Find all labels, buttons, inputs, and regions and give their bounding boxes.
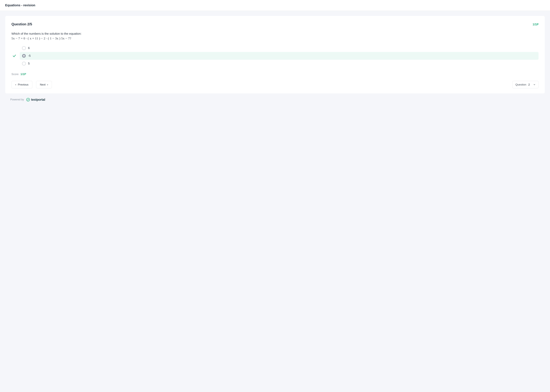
brand-logo[interactable]: testportal (26, 98, 45, 102)
next-button[interactable]: Next › (36, 81, 52, 88)
card-top-row: Question 2/5 1/1P (11, 22, 539, 26)
chevron-right-icon: › (47, 83, 48, 86)
points-earned: 1/1P (533, 23, 539, 26)
footer: Powered by testportal (5, 93, 545, 107)
chevron-down-icon (533, 84, 536, 86)
nav-row: ‹ Previous Next › Question 2 (11, 81, 539, 88)
option-label: -5 (28, 54, 31, 57)
option-body[interactable]: -5 (20, 52, 539, 60)
options-list: 6 -5 5 (11, 44, 539, 67)
next-button-label: Next (40, 83, 46, 86)
question-card: Question 2/5 1/1P Which of the numbers i… (5, 16, 545, 93)
score-value: 1/1P (21, 73, 26, 76)
nav-left: ‹ Previous Next › (11, 81, 52, 88)
option-row: 6 (11, 44, 539, 52)
radio-icon (22, 62, 26, 65)
question-text: Which of the numbers is the solution to … (11, 31, 539, 36)
page-header: Equations - revision (0, 0, 550, 11)
option-correct-indicator (11, 54, 17, 58)
question-number-label: Question 2/5 (11, 22, 32, 26)
svg-point-0 (27, 98, 30, 101)
option-row: 5 (11, 60, 539, 67)
check-icon (13, 54, 16, 58)
radio-icon (22, 54, 26, 58)
option-body[interactable]: 5 (20, 60, 539, 67)
powered-by-label: Powered by (10, 98, 24, 101)
option-label: 6 (28, 46, 30, 50)
brand-check-icon (26, 98, 30, 102)
question-select-label: Question (515, 83, 526, 86)
page-body: Question 2/5 1/1P Which of the numbers i… (0, 11, 550, 112)
previous-button-label: Previous (18, 83, 28, 86)
radio-icon (22, 46, 26, 50)
brand-name: testportal (31, 98, 45, 102)
question-equation: 5x − 7 = 0 · ( x + 11 ) − 2 · ( 1 − 3x )… (11, 36, 539, 40)
page-title: Equations - revision (5, 3, 545, 7)
option-label: 5 (28, 62, 30, 65)
score-label: Score (11, 73, 19, 76)
option-row: -5 (11, 52, 539, 60)
previous-button[interactable]: ‹ Previous (11, 81, 32, 88)
chevron-left-icon: ‹ (15, 83, 16, 86)
score-row: Score 1/1P (11, 73, 539, 76)
question-select-value: 2 (528, 83, 530, 86)
option-body[interactable]: 6 (20, 44, 539, 52)
question-select[interactable]: Question 2 (512, 81, 539, 88)
